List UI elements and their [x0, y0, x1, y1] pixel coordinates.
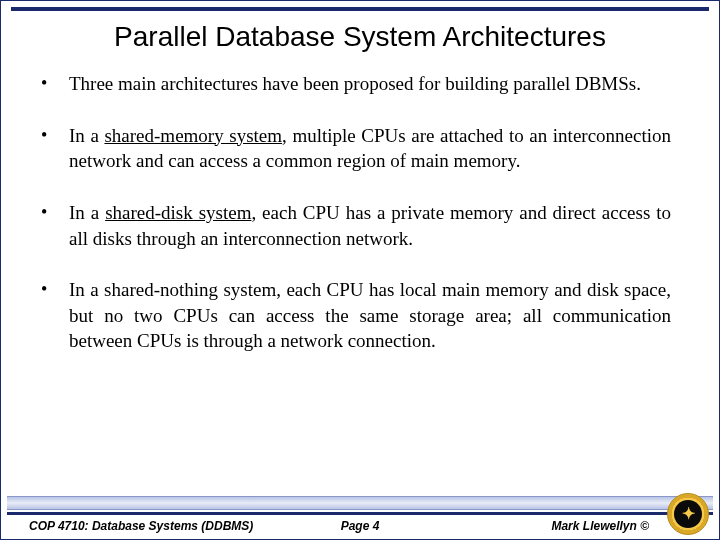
- bullet-item: • In a shared-nothing system, each CPU h…: [41, 277, 671, 354]
- bullet-text: In a shared-nothing system, each CPU has…: [69, 277, 671, 354]
- footer-author: Mark Llewellyn ©: [551, 519, 649, 533]
- bullet-text: In a shared-memory system, multiple CPUs…: [69, 123, 671, 174]
- slide-title: Parallel Database System Architectures: [21, 21, 699, 53]
- bullet-item: • In a shared-memory system, multiple CP…: [41, 123, 671, 174]
- bullet-marker: •: [41, 71, 69, 97]
- footer-text-row: COP 4710: Database Systems (DDBMS) Page …: [1, 515, 719, 539]
- bullet-marker: •: [41, 277, 69, 354]
- bullet-item: • In a shared-disk system, each CPU has …: [41, 200, 671, 251]
- slide-footer: COP 4710: Database Systems (DDBMS) Page …: [1, 496, 719, 539]
- bullet-text-pre: In a: [69, 125, 104, 146]
- bullet-text-underline: shared-disk system: [105, 202, 251, 223]
- bullet-text-underline: shared-memory system: [104, 125, 282, 146]
- bullet-list: • Three main architectures have been pro…: [41, 71, 671, 354]
- logo-inner: ✦: [674, 500, 702, 528]
- logo-glyph: ✦: [682, 504, 695, 523]
- bullet-text-pre: In a: [69, 202, 105, 223]
- bullet-text: In a shared-disk system, each CPU has a …: [69, 200, 671, 251]
- bullet-text-pre: In a shared-nothing system, each CPU has…: [69, 279, 671, 351]
- footer-course: COP 4710: Database Systems (DDBMS): [29, 519, 253, 533]
- slide-content: • Three main architectures have been pro…: [1, 71, 719, 354]
- ucf-logo-icon: ✦: [667, 493, 709, 535]
- bullet-text: Three main architectures have been propo…: [69, 71, 671, 97]
- bullet-marker: •: [41, 123, 69, 174]
- bullet-item: • Three main architectures have been pro…: [41, 71, 671, 97]
- bullet-text-pre: Three main architectures have been propo…: [69, 73, 641, 94]
- bullet-marker: •: [41, 200, 69, 251]
- footer-page: Page 4: [341, 519, 380, 533]
- top-rule: [11, 7, 709, 11]
- footer-bar: [7, 496, 713, 510]
